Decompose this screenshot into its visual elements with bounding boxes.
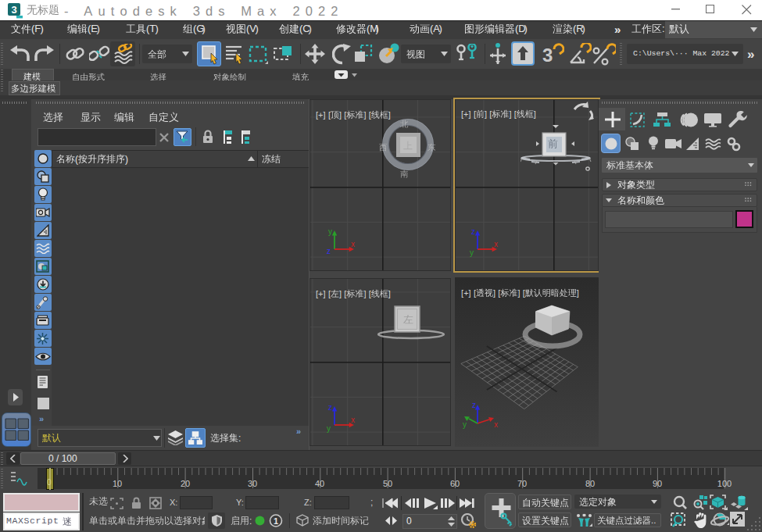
svg-text:): ) — [155, 23, 158, 34]
svg-text:): ) — [125, 153, 128, 164]
svg-text:y: y — [470, 248, 474, 257]
svg-text:70: 70 — [517, 479, 527, 488]
svg-text:z: z — [471, 227, 475, 236]
svg-text::: : — [249, 515, 252, 526]
svg-text:]: ] — [324, 110, 326, 120]
svg-text:50: 50 — [383, 479, 392, 488]
svg-text:100: 100 — [717, 479, 732, 488]
svg-text:z: z — [327, 247, 331, 255]
svg-text:y: y — [463, 420, 467, 429]
svg-text:]: ] — [339, 110, 342, 120]
svg-text:): ) — [97, 23, 100, 34]
svg-text:[: [ — [328, 289, 331, 298]
svg-text:90: 90 — [653, 479, 662, 488]
svg-text:]: ] — [509, 109, 511, 119]
svg-text:]: ] — [388, 289, 391, 298]
svg-text:y: y — [327, 424, 331, 433]
svg-text:[: [ — [344, 110, 346, 120]
svg-text:]: ] — [469, 109, 471, 119]
svg-text:z: z — [472, 401, 476, 409]
svg-text:20: 20 — [181, 479, 190, 488]
svg-text:.: . — [653, 516, 656, 526]
svg-text:): ) — [256, 23, 259, 34]
svg-text:[: [ — [474, 109, 476, 119]
svg-text:x: x — [494, 240, 498, 248]
svg-text:): ) — [581, 23, 585, 34]
svg-text:): ) — [309, 23, 312, 34]
svg-text:3: 3 — [11, 4, 16, 16]
svg-text:]: ] — [339, 289, 342, 298]
svg-text:]: ] — [324, 289, 326, 298]
svg-text:): ) — [202, 23, 205, 34]
svg-text:): ) — [376, 23, 379, 34]
svg-text:80: 80 — [585, 479, 595, 488]
svg-text:): ) — [40, 23, 43, 34]
svg-text:]: ] — [485, 109, 487, 119]
svg-text:): ) — [439, 23, 442, 34]
svg-text:[: [ — [369, 110, 371, 120]
svg-text::: : — [238, 432, 241, 443]
svg-text:10: 10 — [113, 479, 122, 488]
svg-text:60: 60 — [450, 479, 460, 488]
svg-text:]: ] — [363, 289, 366, 298]
svg-text:x: x — [351, 416, 355, 424]
svg-text:]: ] — [363, 110, 366, 120]
svg-text:[: [ — [344, 289, 346, 298]
svg-text:(: ( — [75, 153, 78, 164]
svg-text:[: [ — [514, 109, 517, 119]
svg-text:[: [ — [489, 109, 492, 119]
svg-text:1: 1 — [274, 516, 278, 526]
svg-text:[: [ — [369, 289, 371, 298]
svg-text:): ) — [524, 23, 528, 34]
svg-text:40: 40 — [315, 479, 324, 488]
svg-text:z: z — [328, 403, 332, 412]
svg-text:x: x — [494, 420, 498, 429]
svg-text:]: ] — [534, 109, 536, 119]
svg-text:[: [ — [328, 110, 331, 120]
svg-text:y: y — [328, 227, 332, 236]
svg-text:x: x — [351, 240, 355, 248]
svg-text:30: 30 — [248, 479, 257, 488]
svg-text:3: 3 — [542, 45, 553, 66]
